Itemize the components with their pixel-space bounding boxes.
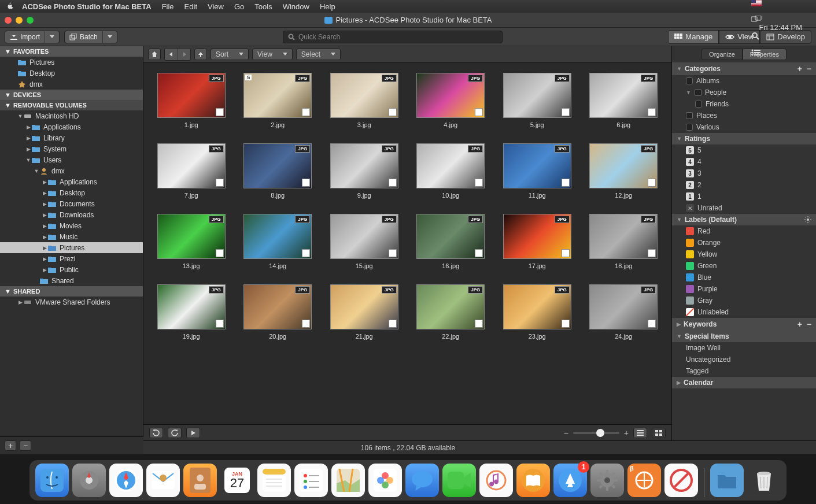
quick-search[interactable]: Quick Search bbox=[283, 31, 503, 43]
thumb-15.jpg[interactable]: JPG 15.jpg bbox=[327, 214, 402, 269]
thumb-16.jpg[interactable]: JPG 16.jpg bbox=[413, 214, 489, 269]
cat-albums[interactable]: Albums bbox=[672, 75, 816, 87]
thumb-1.jpg[interactable]: JPG 1.jpg bbox=[154, 73, 229, 128]
dock-trash[interactable] bbox=[747, 464, 781, 497]
dock-preferences[interactable] bbox=[590, 464, 624, 497]
thumb-checkbox[interactable] bbox=[562, 108, 570, 116]
nav-forward[interactable] bbox=[178, 49, 190, 60]
rating-2[interactable]: 22 bbox=[672, 179, 816, 191]
thumb-checkbox[interactable] bbox=[475, 108, 483, 116]
removable-header[interactable]: ▼REMOVABLE VOLUMES bbox=[0, 100, 143, 110]
thumb-8.jpg[interactable]: JPG 8.jpg bbox=[241, 143, 316, 199]
thumb-14.jpg[interactable]: JPG 14.jpg bbox=[241, 214, 316, 269]
vol-system[interactable]: ▶System bbox=[0, 143, 143, 154]
dock-facetime[interactable] bbox=[442, 464, 476, 497]
cat-various[interactable]: Various bbox=[672, 121, 816, 133]
thumb-checkbox[interactable] bbox=[389, 320, 397, 328]
thumb-2.jpg[interactable]: 5 JPG 2.jpg bbox=[241, 73, 316, 128]
zoom-slider[interactable] bbox=[573, 432, 619, 434]
thumb-checkbox[interactable] bbox=[475, 249, 483, 257]
menu-go[interactable]: Go bbox=[234, 2, 244, 11]
close-button[interactable] bbox=[5, 17, 12, 24]
thumb-checkbox[interactable] bbox=[389, 108, 397, 116]
thumb-23.jpg[interactable]: JPG 23.jpg bbox=[500, 284, 575, 340]
thumb-9.jpg[interactable]: JPG 9.jpg bbox=[327, 143, 402, 199]
rating-1[interactable]: 11 bbox=[672, 191, 816, 202]
thumb-checkbox[interactable] bbox=[648, 249, 656, 257]
dock-music[interactable] bbox=[479, 464, 513, 497]
vmware-folders[interactable]: ▶VMware Shared Folders bbox=[0, 297, 143, 307]
rating-unrated[interactable]: ✕Unrated bbox=[672, 202, 816, 214]
u-prezi[interactable]: ▶Prezi bbox=[0, 253, 143, 264]
dock-finder[interactable] bbox=[35, 464, 69, 497]
thumb-checkbox[interactable] bbox=[562, 249, 570, 257]
label-yellow[interactable]: Yellow bbox=[672, 249, 816, 260]
u-music[interactable]: ▶Music bbox=[0, 231, 143, 242]
sp-uncategorized[interactable]: Uncategorized bbox=[672, 354, 816, 365]
add-category-icon[interactable]: + bbox=[797, 64, 802, 73]
thumb-checkbox[interactable] bbox=[302, 320, 310, 328]
zoom-out-icon[interactable]: − bbox=[564, 428, 568, 438]
app-name[interactable]: ACDSee Photo Studio for Mac BETA bbox=[22, 2, 152, 11]
nav-up[interactable] bbox=[194, 49, 207, 60]
play-button[interactable] bbox=[186, 428, 200, 438]
thumb-checkbox[interactable] bbox=[648, 179, 656, 187]
dock-messages[interactable] bbox=[405, 464, 439, 497]
thumb-19.jpg[interactable]: JPG 19.jpg bbox=[154, 284, 229, 340]
menu-file[interactable]: File bbox=[162, 2, 174, 11]
spotlight-icon[interactable] bbox=[751, 32, 810, 40]
labels-header[interactable]: ▼Labels (Default) bbox=[672, 214, 816, 225]
thumb-21.jpg[interactable]: JPG 21.jpg bbox=[327, 284, 402, 340]
label-unlabeled[interactable]: Unlabeled bbox=[672, 306, 816, 318]
thumb-20.jpg[interactable]: JPG 20.jpg bbox=[241, 284, 316, 340]
add-favorite-button[interactable]: + bbox=[5, 440, 16, 451]
thumb-checkbox[interactable] bbox=[216, 320, 224, 328]
dock-acdsee[interactable]: β bbox=[627, 464, 661, 497]
calendar-header[interactable]: ▶Calendar bbox=[672, 377, 816, 388]
nav-back[interactable] bbox=[165, 49, 178, 60]
dock-noentry[interactable] bbox=[664, 464, 698, 497]
vol-macintosh[interactable]: ▼Macintosh HD bbox=[0, 110, 143, 121]
fav-desktop[interactable]: Desktop bbox=[0, 68, 143, 79]
rating-5[interactable]: 55 bbox=[672, 144, 816, 156]
thumb-checkbox[interactable] bbox=[648, 320, 656, 328]
nav-home[interactable] bbox=[148, 49, 161, 60]
ratings-header[interactable]: ▼Ratings bbox=[672, 133, 816, 144]
remove-category-icon[interactable]: − bbox=[807, 64, 811, 73]
label-purple[interactable]: Purple bbox=[672, 283, 816, 295]
select-dropdown[interactable]: Select bbox=[296, 49, 341, 60]
thumb-7.jpg[interactable]: JPG 7.jpg bbox=[154, 143, 229, 199]
dock-notes[interactable] bbox=[257, 464, 291, 497]
remove-favorite-button[interactable]: − bbox=[20, 440, 31, 451]
label-blue[interactable]: Blue bbox=[672, 272, 816, 283]
vol-applications[interactable]: ▶Applications bbox=[0, 121, 143, 132]
thumb-checkbox[interactable] bbox=[216, 249, 224, 257]
dock-appstore[interactable]: 1 bbox=[553, 464, 587, 497]
label-orange[interactable]: Orange bbox=[672, 237, 816, 249]
thumb-checkbox[interactable] bbox=[648, 108, 656, 116]
tab-organize[interactable]: Organize bbox=[701, 49, 743, 60]
vol-library[interactable]: ▶Library bbox=[0, 132, 143, 143]
menu-window[interactable]: Window bbox=[283, 2, 309, 11]
vol-users[interactable]: ▼Users bbox=[0, 154, 143, 165]
dock-launchpad[interactable] bbox=[72, 464, 106, 497]
u-desktop[interactable]: ▶Desktop bbox=[0, 187, 143, 198]
thumb-checkbox[interactable] bbox=[302, 179, 310, 187]
list-view-button[interactable] bbox=[633, 428, 647, 438]
menu-view[interactable]: View bbox=[208, 2, 224, 11]
thumb-checkbox[interactable] bbox=[389, 249, 397, 257]
thumb-6.jpg[interactable]: JPG 6.jpg bbox=[586, 73, 662, 128]
clock[interactable]: Fri 12:44 PM bbox=[759, 23, 802, 32]
dock-maps[interactable] bbox=[331, 464, 365, 497]
screens-icon[interactable] bbox=[751, 16, 810, 23]
devices-header[interactable]: ▼DEVICES bbox=[0, 90, 143, 100]
menu-help[interactable]: Help bbox=[320, 2, 335, 11]
thumb-13.jpg[interactable]: JPG 13.jpg bbox=[154, 214, 229, 269]
thumb-10.jpg[interactable]: JPG 10.jpg bbox=[413, 143, 489, 199]
rating-4[interactable]: 44 bbox=[672, 156, 816, 168]
list-icon[interactable] bbox=[751, 49, 810, 56]
sp-tagged[interactable]: Tagged bbox=[672, 365, 816, 377]
thumb-22.jpg[interactable]: JPG 22.jpg bbox=[413, 284, 489, 340]
keywords-header[interactable]: ▶Keywords+− bbox=[672, 318, 816, 331]
cat-friends[interactable]: Friends bbox=[672, 98, 816, 110]
